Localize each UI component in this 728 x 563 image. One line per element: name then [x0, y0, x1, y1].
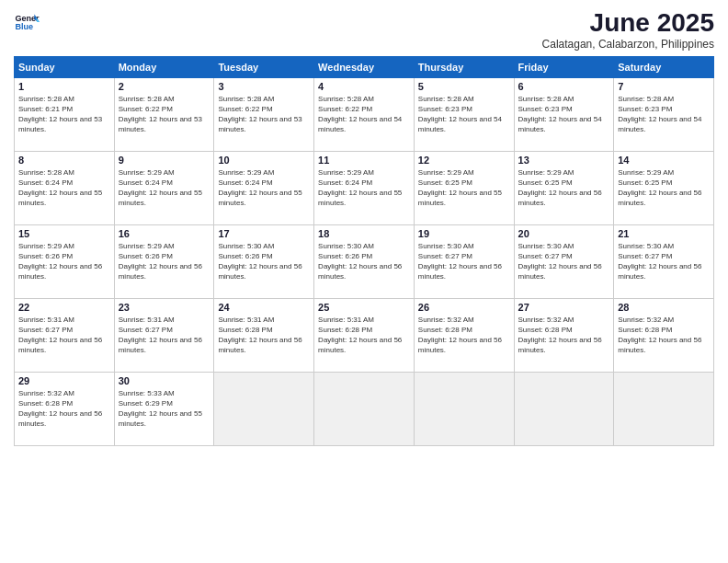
- page: General Blue June 2025 Calatagan, Calaba…: [0, 0, 728, 563]
- cell-info: Sunrise: 5:29 AM Sunset: 6:25 PM Dayligh…: [518, 167, 610, 209]
- day-number: 17: [218, 228, 310, 239]
- cell-info: Sunrise: 5:32 AM Sunset: 6:28 PM Dayligh…: [18, 388, 110, 430]
- calendar-cell: 19 Sunrise: 5:30 AM Sunset: 6:27 PM Dayl…: [414, 224, 514, 298]
- day-number: 22: [18, 302, 110, 313]
- cell-info: Sunrise: 5:29 AM Sunset: 6:26 PM Dayligh…: [119, 241, 210, 282]
- cell-info: Sunrise: 5:32 AM Sunset: 6:28 PM Dayligh…: [518, 315, 610, 356]
- calendar-cell: 15 Sunrise: 5:29 AM Sunset: 6:26 PM Dayl…: [15, 224, 115, 298]
- header-row: Sunday Monday Tuesday Wednesday Thursday…: [15, 56, 714, 77]
- day-number: 1: [18, 81, 110, 92]
- day-number: 25: [318, 302, 410, 313]
- month-title: June 2025: [542, 9, 714, 38]
- day-number: 30: [119, 375, 210, 386]
- calendar-cell: 26 Sunrise: 5:32 AM Sunset: 6:28 PM Dayl…: [414, 298, 514, 372]
- col-saturday: Saturday: [614, 56, 714, 77]
- day-number: 16: [119, 228, 210, 239]
- day-number: 3: [218, 81, 310, 92]
- cell-info: Sunrise: 5:28 AM Sunset: 6:22 PM Dayligh…: [218, 94, 310, 135]
- header: General Blue June 2025 Calatagan, Calaba…: [14, 9, 714, 51]
- calendar-cell: 7 Sunrise: 5:28 AM Sunset: 6:23 PM Dayli…: [614, 77, 714, 151]
- calendar-cell: 8 Sunrise: 5:28 AM Sunset: 6:24 PM Dayli…: [15, 151, 115, 224]
- cell-info: Sunrise: 5:28 AM Sunset: 6:22 PM Dayligh…: [318, 94, 410, 135]
- cell-info: Sunrise: 5:28 AM Sunset: 6:21 PM Dayligh…: [18, 94, 110, 135]
- day-number: 10: [218, 155, 310, 166]
- calendar-cell: 10 Sunrise: 5:29 AM Sunset: 6:24 PM Dayl…: [214, 151, 314, 224]
- calendar-table: Sunday Monday Tuesday Wednesday Thursday…: [14, 56, 714, 446]
- day-number: 18: [318, 228, 410, 239]
- cell-info: Sunrise: 5:30 AM Sunset: 6:27 PM Dayligh…: [518, 241, 610, 282]
- calendar-cell: 11 Sunrise: 5:29 AM Sunset: 6:24 PM Dayl…: [314, 151, 415, 224]
- calendar-cell: 16 Sunrise: 5:29 AM Sunset: 6:26 PM Dayl…: [114, 224, 214, 298]
- day-number: 5: [418, 81, 510, 92]
- calendar-cell: 30 Sunrise: 5:33 AM Sunset: 6:29 PM Dayl…: [114, 372, 214, 445]
- calendar-cell: 27 Sunrise: 5:32 AM Sunset: 6:28 PM Dayl…: [514, 298, 614, 372]
- calendar-cell: 13 Sunrise: 5:29 AM Sunset: 6:25 PM Dayl…: [514, 151, 614, 224]
- calendar-week-2: 8 Sunrise: 5:28 AM Sunset: 6:24 PM Dayli…: [15, 151, 714, 224]
- cell-info: Sunrise: 5:29 AM Sunset: 6:25 PM Dayligh…: [418, 167, 510, 209]
- cell-info: Sunrise: 5:28 AM Sunset: 6:22 PM Dayligh…: [119, 94, 210, 135]
- calendar-week-5: 29 Sunrise: 5:32 AM Sunset: 6:28 PM Dayl…: [15, 372, 714, 445]
- svg-text:Blue: Blue: [15, 22, 33, 31]
- day-number: 12: [418, 155, 510, 166]
- cell-info: Sunrise: 5:28 AM Sunset: 6:23 PM Dayligh…: [618, 94, 710, 135]
- cell-info: Sunrise: 5:29 AM Sunset: 6:26 PM Dayligh…: [18, 241, 110, 282]
- col-wednesday: Wednesday: [314, 56, 415, 77]
- cell-info: Sunrise: 5:29 AM Sunset: 6:24 PM Dayligh…: [119, 167, 210, 209]
- cell-info: Sunrise: 5:31 AM Sunset: 6:28 PM Dayligh…: [318, 315, 410, 356]
- cell-info: Sunrise: 5:29 AM Sunset: 6:25 PM Dayligh…: [618, 167, 710, 209]
- logo: General Blue: [14, 9, 40, 35]
- col-friday: Friday: [514, 56, 614, 77]
- calendar-cell: 6 Sunrise: 5:28 AM Sunset: 6:23 PM Dayli…: [514, 77, 614, 151]
- calendar-cell: 23 Sunrise: 5:31 AM Sunset: 6:27 PM Dayl…: [114, 298, 214, 372]
- day-number: 9: [119, 155, 210, 166]
- calendar-cell: 3 Sunrise: 5:28 AM Sunset: 6:22 PM Dayli…: [214, 77, 314, 151]
- cell-info: Sunrise: 5:28 AM Sunset: 6:24 PM Dayligh…: [18, 167, 110, 209]
- day-number: 13: [518, 155, 610, 166]
- calendar-cell: 29 Sunrise: 5:32 AM Sunset: 6:28 PM Dayl…: [15, 372, 115, 445]
- col-tuesday: Tuesday: [214, 56, 314, 77]
- cell-info: Sunrise: 5:28 AM Sunset: 6:23 PM Dayligh…: [418, 94, 510, 135]
- col-sunday: Sunday: [15, 56, 115, 77]
- day-number: 24: [218, 302, 310, 313]
- calendar-body: 1 Sunrise: 5:28 AM Sunset: 6:21 PM Dayli…: [15, 77, 714, 445]
- day-number: 2: [119, 81, 210, 92]
- day-number: 29: [18, 375, 110, 386]
- cell-info: Sunrise: 5:28 AM Sunset: 6:23 PM Dayligh…: [518, 94, 610, 135]
- calendar-week-1: 1 Sunrise: 5:28 AM Sunset: 6:21 PM Dayli…: [15, 77, 714, 151]
- calendar-cell: 21 Sunrise: 5:30 AM Sunset: 6:27 PM Dayl…: [614, 224, 714, 298]
- calendar-cell: 1 Sunrise: 5:28 AM Sunset: 6:21 PM Dayli…: [15, 77, 115, 151]
- cell-info: Sunrise: 5:30 AM Sunset: 6:26 PM Dayligh…: [218, 241, 310, 282]
- day-number: 11: [318, 155, 410, 166]
- day-number: 7: [618, 81, 710, 92]
- title-area: June 2025 Calatagan, Calabarzon, Philipp…: [542, 9, 714, 51]
- location: Calatagan, Calabarzon, Philippines: [542, 38, 714, 51]
- calendar-cell: 18 Sunrise: 5:30 AM Sunset: 6:26 PM Dayl…: [314, 224, 415, 298]
- day-number: 27: [518, 302, 610, 313]
- calendar-cell: 4 Sunrise: 5:28 AM Sunset: 6:22 PM Dayli…: [314, 77, 415, 151]
- cell-info: Sunrise: 5:30 AM Sunset: 6:27 PM Dayligh…: [418, 241, 510, 282]
- calendar-cell: 9 Sunrise: 5:29 AM Sunset: 6:24 PM Dayli…: [114, 151, 214, 224]
- cell-info: Sunrise: 5:29 AM Sunset: 6:24 PM Dayligh…: [318, 167, 410, 209]
- calendar-cell: [614, 372, 714, 445]
- calendar-cell: 17 Sunrise: 5:30 AM Sunset: 6:26 PM Dayl…: [214, 224, 314, 298]
- calendar-cell: [214, 372, 314, 445]
- cell-info: Sunrise: 5:31 AM Sunset: 6:27 PM Dayligh…: [119, 315, 210, 356]
- calendar-cell: 22 Sunrise: 5:31 AM Sunset: 6:27 PM Dayl…: [15, 298, 115, 372]
- calendar-cell: 5 Sunrise: 5:28 AM Sunset: 6:23 PM Dayli…: [414, 77, 514, 151]
- cell-info: Sunrise: 5:32 AM Sunset: 6:28 PM Dayligh…: [418, 315, 510, 356]
- calendar-cell: 25 Sunrise: 5:31 AM Sunset: 6:28 PM Dayl…: [314, 298, 415, 372]
- day-number: 14: [618, 155, 710, 166]
- calendar-cell: 12 Sunrise: 5:29 AM Sunset: 6:25 PM Dayl…: [414, 151, 514, 224]
- day-number: 15: [18, 228, 110, 239]
- cell-info: Sunrise: 5:31 AM Sunset: 6:28 PM Dayligh…: [218, 315, 310, 356]
- calendar-cell: 20 Sunrise: 5:30 AM Sunset: 6:27 PM Dayl…: [514, 224, 614, 298]
- calendar-cell: 24 Sunrise: 5:31 AM Sunset: 6:28 PM Dayl…: [214, 298, 314, 372]
- day-number: 21: [618, 228, 710, 239]
- cell-info: Sunrise: 5:30 AM Sunset: 6:26 PM Dayligh…: [318, 241, 410, 282]
- calendar-cell: 28 Sunrise: 5:32 AM Sunset: 6:28 PM Dayl…: [614, 298, 714, 372]
- day-number: 4: [318, 81, 410, 92]
- day-number: 26: [418, 302, 510, 313]
- day-number: 28: [618, 302, 710, 313]
- calendar-cell: [314, 372, 415, 445]
- calendar-cell: [514, 372, 614, 445]
